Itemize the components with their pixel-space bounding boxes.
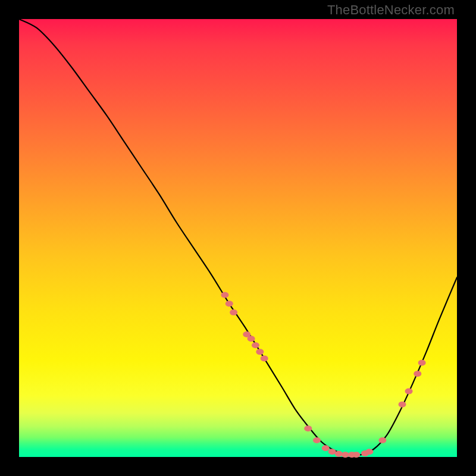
curve-marker: [322, 445, 330, 451]
curve-marker: [405, 389, 413, 394]
curve-marker: [304, 425, 312, 431]
curve-marker: [261, 355, 268, 361]
curve-marker: [414, 371, 421, 377]
frame-bottom: [0, 457, 476, 476]
curve-marker: [248, 336, 255, 342]
curve-marker: [230, 309, 237, 315]
curve-marker: [352, 452, 360, 458]
curve-marker: [365, 449, 373, 455]
curve-marker: [252, 342, 259, 348]
curve-marker: [399, 402, 406, 408]
curve-marker: [335, 451, 343, 457]
curve-marker: [313, 437, 321, 443]
curve-marker: [418, 360, 426, 366]
frame-left: [0, 0, 19, 476]
curve-marker: [378, 437, 386, 443]
bottleneck-curve-path: [19, 19, 457, 455]
chart-plot-area: [19, 19, 457, 457]
watermark-text: TheBottleNecker.com: [327, 2, 455, 18]
curve-markers: [221, 292, 425, 458]
bottleneck-curve-svg: [19, 19, 457, 457]
frame-right: [457, 0, 476, 476]
curve-marker: [226, 300, 233, 306]
curve-marker: [221, 292, 228, 298]
curve-marker: [256, 349, 264, 355]
